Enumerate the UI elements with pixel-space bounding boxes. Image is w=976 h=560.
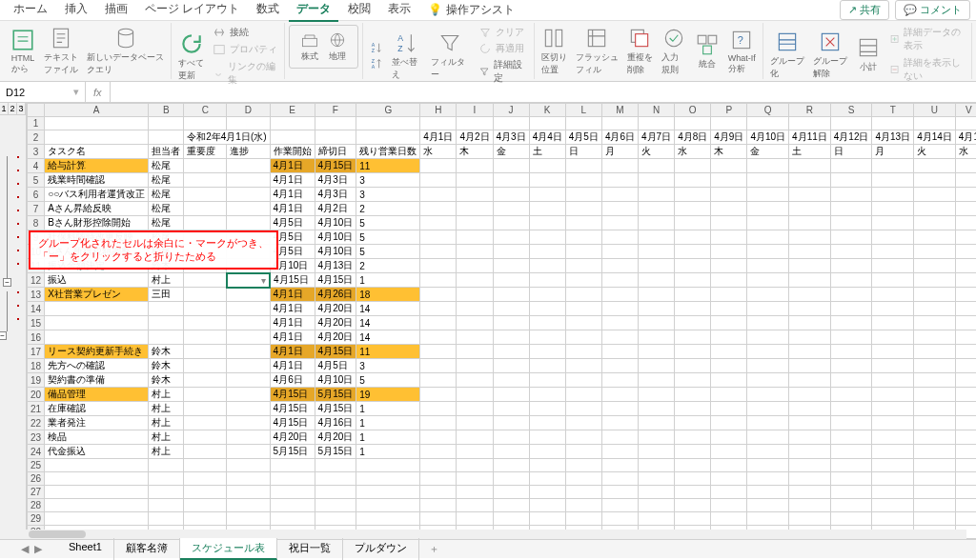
cell[interactable]: [601, 345, 638, 359]
cell[interactable]: [955, 202, 976, 216]
cell[interactable]: 3: [356, 359, 420, 373]
cell[interactable]: [747, 445, 789, 459]
cell[interactable]: 2: [356, 259, 420, 273]
cell[interactable]: [872, 388, 914, 402]
cell[interactable]: [565, 416, 601, 430]
cell[interactable]: [227, 316, 270, 330]
cell[interactable]: [601, 359, 638, 373]
cell[interactable]: [955, 216, 976, 230]
tab-nav-first[interactable]: ◀: [19, 543, 30, 555]
cell[interactable]: [457, 159, 493, 173]
cell[interactable]: [747, 430, 789, 445]
cell[interactable]: 3: [356, 188, 420, 202]
cell[interactable]: 4月1日: [270, 288, 315, 302]
cell[interactable]: [420, 273, 457, 288]
cell[interactable]: 5: [356, 230, 420, 245]
cell[interactable]: [789, 402, 831, 416]
cell[interactable]: 松尾: [149, 173, 184, 188]
cell[interactable]: [955, 245, 976, 259]
col-header[interactable]: U: [914, 104, 956, 117]
cell[interactable]: [675, 445, 711, 459]
cell[interactable]: 4月16日: [315, 416, 356, 430]
cell[interactable]: [420, 430, 457, 445]
cell[interactable]: [955, 302, 976, 316]
cell[interactable]: [711, 416, 747, 430]
col-header[interactable]: N: [639, 104, 675, 117]
col-header[interactable]: [28, 104, 45, 117]
row-header[interactable]: 3: [28, 145, 45, 159]
cell[interactable]: [184, 359, 227, 373]
row-header[interactable]: 18: [28, 359, 45, 373]
cell[interactable]: 3: [356, 173, 420, 188]
cell[interactable]: [789, 359, 831, 373]
cell[interactable]: [184, 188, 227, 202]
cell[interactable]: [675, 259, 711, 273]
col-header[interactable]: H: [420, 104, 457, 117]
cell[interactable]: 松尾: [149, 188, 184, 202]
add-sheet-button[interactable]: ＋: [419, 539, 449, 559]
cell[interactable]: 1: [356, 273, 420, 288]
cell[interactable]: [420, 302, 457, 316]
row-header[interactable]: 15: [28, 316, 45, 330]
cell[interactable]: 4月15日: [315, 273, 356, 288]
cell[interactable]: [955, 373, 976, 388]
cell[interactable]: [639, 316, 675, 330]
cell[interactable]: [565, 430, 601, 445]
filter-button[interactable]: フィルター: [428, 30, 472, 82]
cell[interactable]: [493, 402, 529, 416]
cell[interactable]: [830, 373, 872, 388]
cell[interactable]: [639, 345, 675, 359]
cell[interactable]: [711, 173, 747, 188]
cell[interactable]: [872, 316, 914, 330]
cell[interactable]: [565, 202, 601, 216]
cell[interactable]: [529, 373, 565, 388]
cell[interactable]: [565, 245, 601, 259]
name-box[interactable]: D12▾: [0, 82, 86, 102]
col-header[interactable]: B: [149, 104, 184, 117]
data-validation-button[interactable]: 入力規則: [659, 25, 689, 77]
cell[interactable]: [149, 302, 184, 316]
cell[interactable]: [420, 159, 457, 173]
cell[interactable]: [914, 288, 956, 302]
cell[interactable]: [184, 173, 227, 188]
cell[interactable]: [529, 245, 565, 259]
cell[interactable]: [711, 302, 747, 316]
cell[interactable]: [747, 216, 789, 230]
cell[interactable]: [955, 273, 976, 288]
cell[interactable]: [565, 316, 601, 330]
cell[interactable]: [747, 273, 789, 288]
cell[interactable]: [565, 302, 601, 316]
cell[interactable]: [872, 288, 914, 302]
outline-gutter[interactable]: 123 − −: [0, 103, 27, 543]
cell[interactable]: [457, 288, 493, 302]
cell[interactable]: [529, 416, 565, 430]
stocks-button[interactable]: 株式: [297, 30, 322, 64]
cell[interactable]: [789, 230, 831, 245]
cell[interactable]: [789, 445, 831, 459]
cell[interactable]: 4月10日: [315, 230, 356, 245]
cell[interactable]: [872, 402, 914, 416]
cell[interactable]: [565, 159, 601, 173]
cell[interactable]: [493, 216, 529, 230]
cell[interactable]: [184, 159, 227, 173]
cell[interactable]: [529, 188, 565, 202]
cell[interactable]: [457, 302, 493, 316]
cell[interactable]: [639, 159, 675, 173]
cell[interactable]: [493, 330, 529, 345]
cell[interactable]: [227, 202, 270, 216]
cell[interactable]: 4月13日: [315, 259, 356, 273]
row-header[interactable]: 19: [28, 373, 45, 388]
spreadsheet-grid[interactable]: ABCDEFGHIJKLMNOPQRSTUV12令和2年4月1日(水)4月1日4…: [27, 103, 976, 543]
cell[interactable]: [420, 202, 457, 216]
cell[interactable]: [565, 173, 601, 188]
cell[interactable]: [955, 430, 976, 445]
cell[interactable]: [747, 345, 789, 359]
cell[interactable]: [914, 273, 956, 288]
cell[interactable]: [675, 359, 711, 373]
tell-me[interactable]: 💡 操作アシスト: [420, 0, 521, 21]
col-header[interactable]: O: [675, 104, 711, 117]
cell[interactable]: 4月20日: [315, 302, 356, 316]
cell[interactable]: [565, 188, 601, 202]
cell[interactable]: [955, 159, 976, 173]
cell[interactable]: [914, 173, 956, 188]
